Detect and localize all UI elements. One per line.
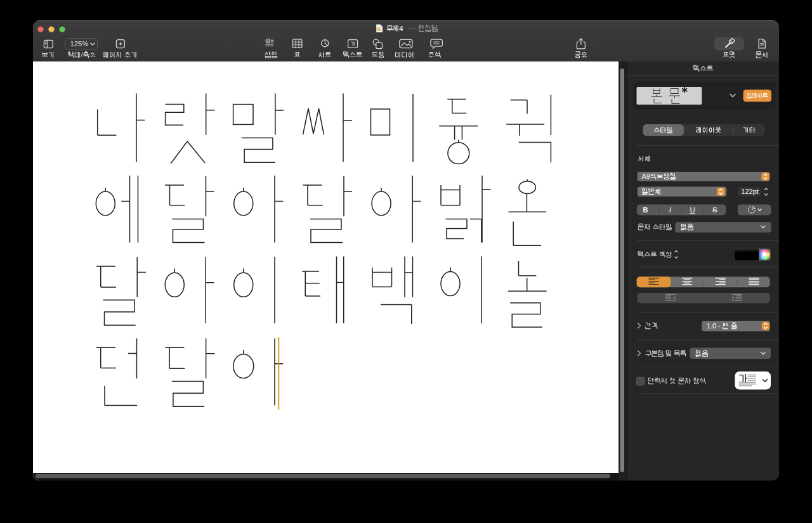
svg-text:—: — [409,24,416,32]
svg-text:S: S [712,206,717,214]
svg-text:1.0 -: 1.0 - [707,322,721,330]
svg-text:122pt: 122pt [741,188,759,195]
svg-text:125%: 125% [70,40,89,48]
svg-text:B: B [643,206,648,214]
svg-text:/: / [81,51,83,58]
svg-text:4: 4 [399,25,403,32]
svg-text:A9: A9 [642,172,650,180]
svg-text:U: U [690,206,695,214]
